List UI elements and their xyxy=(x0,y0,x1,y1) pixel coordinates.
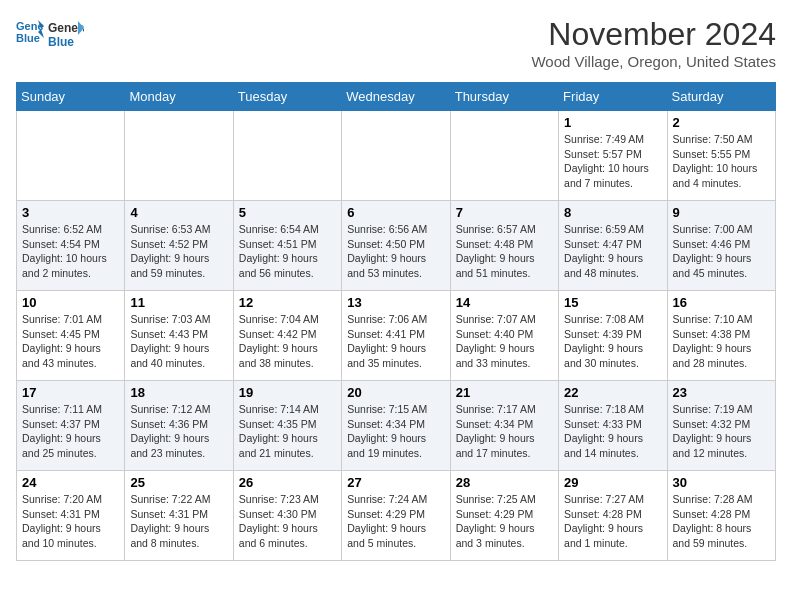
day-info: Sunrise: 7:49 AM Sunset: 5:57 PM Dayligh… xyxy=(564,132,661,191)
day-number: 4 xyxy=(130,205,227,220)
day-number: 11 xyxy=(130,295,227,310)
calendar-cell: 24Sunrise: 7:20 AM Sunset: 4:31 PM Dayli… xyxy=(17,471,125,561)
day-info: Sunrise: 7:06 AM Sunset: 4:41 PM Dayligh… xyxy=(347,312,444,371)
calendar-cell: 21Sunrise: 7:17 AM Sunset: 4:34 PM Dayli… xyxy=(450,381,558,471)
calendar-cell: 8Sunrise: 6:59 AM Sunset: 4:47 PM Daylig… xyxy=(559,201,667,291)
week-row-1: 1Sunrise: 7:49 AM Sunset: 5:57 PM Daylig… xyxy=(17,111,776,201)
logo-icon: General Blue xyxy=(16,16,44,44)
calendar-cell: 28Sunrise: 7:25 AM Sunset: 4:29 PM Dayli… xyxy=(450,471,558,561)
day-number: 19 xyxy=(239,385,336,400)
day-info: Sunrise: 7:28 AM Sunset: 4:28 PM Dayligh… xyxy=(673,492,770,551)
day-info: Sunrise: 7:12 AM Sunset: 4:36 PM Dayligh… xyxy=(130,402,227,461)
day-info: Sunrise: 7:27 AM Sunset: 4:28 PM Dayligh… xyxy=(564,492,661,551)
day-number: 13 xyxy=(347,295,444,310)
logo: General Blue General Blue xyxy=(16,16,84,52)
calendar-cell: 26Sunrise: 7:23 AM Sunset: 4:30 PM Dayli… xyxy=(233,471,341,561)
week-row-2: 3Sunrise: 6:52 AM Sunset: 4:54 PM Daylig… xyxy=(17,201,776,291)
calendar-cell xyxy=(233,111,341,201)
calendar-cell: 2Sunrise: 7:50 AM Sunset: 5:55 PM Daylig… xyxy=(667,111,775,201)
day-number: 24 xyxy=(22,475,119,490)
week-row-3: 10Sunrise: 7:01 AM Sunset: 4:45 PM Dayli… xyxy=(17,291,776,381)
day-number: 5 xyxy=(239,205,336,220)
generalblue-logo-graphic: General Blue xyxy=(48,16,84,52)
calendar-cell: 16Sunrise: 7:10 AM Sunset: 4:38 PM Dayli… xyxy=(667,291,775,381)
day-info: Sunrise: 7:00 AM Sunset: 4:46 PM Dayligh… xyxy=(673,222,770,281)
calendar-cell: 15Sunrise: 7:08 AM Sunset: 4:39 PM Dayli… xyxy=(559,291,667,381)
weekday-header-tuesday: Tuesday xyxy=(233,83,341,111)
day-info: Sunrise: 7:07 AM Sunset: 4:40 PM Dayligh… xyxy=(456,312,553,371)
day-number: 30 xyxy=(673,475,770,490)
day-info: Sunrise: 6:56 AM Sunset: 4:50 PM Dayligh… xyxy=(347,222,444,281)
month-title: November 2024 xyxy=(531,16,776,53)
day-number: 28 xyxy=(456,475,553,490)
weekday-header-wednesday: Wednesday xyxy=(342,83,450,111)
day-info: Sunrise: 7:20 AM Sunset: 4:31 PM Dayligh… xyxy=(22,492,119,551)
day-info: Sunrise: 6:54 AM Sunset: 4:51 PM Dayligh… xyxy=(239,222,336,281)
calendar-cell: 9Sunrise: 7:00 AM Sunset: 4:46 PM Daylig… xyxy=(667,201,775,291)
calendar-cell: 30Sunrise: 7:28 AM Sunset: 4:28 PM Dayli… xyxy=(667,471,775,561)
calendar-cell: 23Sunrise: 7:19 AM Sunset: 4:32 PM Dayli… xyxy=(667,381,775,471)
day-number: 16 xyxy=(673,295,770,310)
calendar-cell: 19Sunrise: 7:14 AM Sunset: 4:35 PM Dayli… xyxy=(233,381,341,471)
svg-text:Blue: Blue xyxy=(16,32,40,44)
day-number: 1 xyxy=(564,115,661,130)
day-number: 12 xyxy=(239,295,336,310)
day-info: Sunrise: 7:04 AM Sunset: 4:42 PM Dayligh… xyxy=(239,312,336,371)
day-info: Sunrise: 7:19 AM Sunset: 4:32 PM Dayligh… xyxy=(673,402,770,461)
weekday-header-row: SundayMondayTuesdayWednesdayThursdayFrid… xyxy=(17,83,776,111)
calendar-cell: 27Sunrise: 7:24 AM Sunset: 4:29 PM Dayli… xyxy=(342,471,450,561)
weekday-header-thursday: Thursday xyxy=(450,83,558,111)
day-number: 20 xyxy=(347,385,444,400)
svg-text:Blue: Blue xyxy=(48,35,74,49)
day-number: 22 xyxy=(564,385,661,400)
calendar-cell: 17Sunrise: 7:11 AM Sunset: 4:37 PM Dayli… xyxy=(17,381,125,471)
day-info: Sunrise: 7:08 AM Sunset: 4:39 PM Dayligh… xyxy=(564,312,661,371)
calendar-cell xyxy=(342,111,450,201)
week-row-5: 24Sunrise: 7:20 AM Sunset: 4:31 PM Dayli… xyxy=(17,471,776,561)
day-number: 21 xyxy=(456,385,553,400)
weekday-header-monday: Monday xyxy=(125,83,233,111)
calendar-cell: 12Sunrise: 7:04 AM Sunset: 4:42 PM Dayli… xyxy=(233,291,341,381)
calendar-cell: 4Sunrise: 6:53 AM Sunset: 4:52 PM Daylig… xyxy=(125,201,233,291)
day-number: 9 xyxy=(673,205,770,220)
day-info: Sunrise: 7:03 AM Sunset: 4:43 PM Dayligh… xyxy=(130,312,227,371)
day-info: Sunrise: 7:22 AM Sunset: 4:31 PM Dayligh… xyxy=(130,492,227,551)
day-info: Sunrise: 6:53 AM Sunset: 4:52 PM Dayligh… xyxy=(130,222,227,281)
calendar-cell xyxy=(125,111,233,201)
day-number: 27 xyxy=(347,475,444,490)
week-row-4: 17Sunrise: 7:11 AM Sunset: 4:37 PM Dayli… xyxy=(17,381,776,471)
day-number: 29 xyxy=(564,475,661,490)
calendar-cell: 11Sunrise: 7:03 AM Sunset: 4:43 PM Dayli… xyxy=(125,291,233,381)
day-number: 8 xyxy=(564,205,661,220)
day-info: Sunrise: 6:52 AM Sunset: 4:54 PM Dayligh… xyxy=(22,222,119,281)
weekday-header-friday: Friday xyxy=(559,83,667,111)
calendar-cell: 7Sunrise: 6:57 AM Sunset: 4:48 PM Daylig… xyxy=(450,201,558,291)
day-info: Sunrise: 7:50 AM Sunset: 5:55 PM Dayligh… xyxy=(673,132,770,191)
day-number: 7 xyxy=(456,205,553,220)
day-info: Sunrise: 6:57 AM Sunset: 4:48 PM Dayligh… xyxy=(456,222,553,281)
day-info: Sunrise: 6:59 AM Sunset: 4:47 PM Dayligh… xyxy=(564,222,661,281)
calendar-cell: 1Sunrise: 7:49 AM Sunset: 5:57 PM Daylig… xyxy=(559,111,667,201)
calendar-cell: 29Sunrise: 7:27 AM Sunset: 4:28 PM Dayli… xyxy=(559,471,667,561)
day-number: 10 xyxy=(22,295,119,310)
day-number: 3 xyxy=(22,205,119,220)
day-info: Sunrise: 7:18 AM Sunset: 4:33 PM Dayligh… xyxy=(564,402,661,461)
calendar-cell: 10Sunrise: 7:01 AM Sunset: 4:45 PM Dayli… xyxy=(17,291,125,381)
day-info: Sunrise: 7:11 AM Sunset: 4:37 PM Dayligh… xyxy=(22,402,119,461)
calendar-cell: 20Sunrise: 7:15 AM Sunset: 4:34 PM Dayli… xyxy=(342,381,450,471)
day-info: Sunrise: 7:01 AM Sunset: 4:45 PM Dayligh… xyxy=(22,312,119,371)
calendar-cell: 5Sunrise: 6:54 AM Sunset: 4:51 PM Daylig… xyxy=(233,201,341,291)
calendar-table: SundayMondayTuesdayWednesdayThursdayFrid… xyxy=(16,82,776,561)
weekday-header-sunday: Sunday xyxy=(17,83,125,111)
page-header: General Blue General Blue November 2024 … xyxy=(16,16,776,70)
calendar-cell: 25Sunrise: 7:22 AM Sunset: 4:31 PM Dayli… xyxy=(125,471,233,561)
calendar-cell: 18Sunrise: 7:12 AM Sunset: 4:36 PM Dayli… xyxy=(125,381,233,471)
calendar-cell: 14Sunrise: 7:07 AM Sunset: 4:40 PM Dayli… xyxy=(450,291,558,381)
day-number: 15 xyxy=(564,295,661,310)
calendar-cell: 13Sunrise: 7:06 AM Sunset: 4:41 PM Dayli… xyxy=(342,291,450,381)
calendar-cell xyxy=(450,111,558,201)
day-number: 6 xyxy=(347,205,444,220)
calendar-cell: 6Sunrise: 6:56 AM Sunset: 4:50 PM Daylig… xyxy=(342,201,450,291)
day-number: 25 xyxy=(130,475,227,490)
day-info: Sunrise: 7:15 AM Sunset: 4:34 PM Dayligh… xyxy=(347,402,444,461)
